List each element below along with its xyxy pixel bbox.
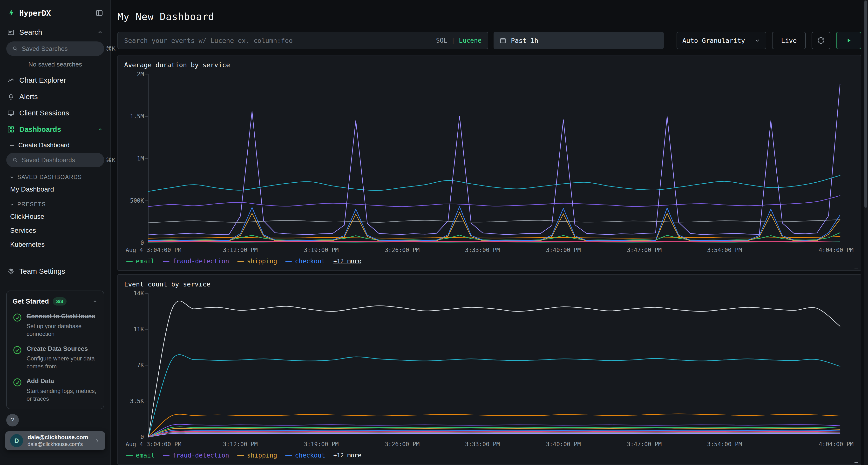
- saved-searches-field[interactable]: [22, 45, 102, 53]
- svg-text:3:19:00 PM: 3:19:00 PM: [304, 441, 339, 447]
- sidebar-item-chart-explorer[interactable]: Chart Explorer: [0, 72, 111, 89]
- legend-swatch: [163, 261, 169, 262]
- run-query-button[interactable]: [836, 32, 861, 49]
- get-started-item-sources[interactable]: Create Data Sources Configure where your…: [12, 345, 98, 371]
- time-range-picker[interactable]: Past 1h: [494, 32, 664, 49]
- bell-icon: [7, 93, 14, 100]
- svg-text:14K: 14K: [133, 290, 144, 297]
- svg-text:1.5M: 1.5M: [130, 113, 144, 120]
- sidebar-item-client-sessions[interactable]: Client Sessions: [0, 105, 111, 121]
- svg-text:3:26:00 PM: 3:26:00 PM: [385, 441, 420, 447]
- get-started-item-add-data[interactable]: Add Data Start sending logs, metrics, or…: [12, 377, 98, 403]
- legend-item-email[interactable]: email: [126, 258, 155, 265]
- legend-item-checkout[interactable]: checkout: [285, 258, 325, 265]
- legend-label: email: [136, 258, 155, 265]
- sidebar-collapse-icon[interactable]: [95, 9, 103, 17]
- page-scrollbar-thumb[interactable]: [864, 0, 867, 208]
- language-toggle-lucene[interactable]: Lucene: [459, 37, 482, 44]
- language-divider: |: [451, 37, 455, 44]
- svg-text:2M: 2M: [137, 71, 144, 77]
- user-menu[interactable]: D dale@clickhouse.com dale@clickhouse.co…: [5, 431, 105, 450]
- user-org: dale@clickhouse.com's: [28, 441, 90, 447]
- svg-text:4:04:00 PM: 4:04:00 PM: [819, 441, 854, 447]
- legend-label: checkout: [295, 452, 325, 459]
- app-root: HyperDX Search ⌘K No saved searches: [0, 0, 868, 465]
- panel-resize-handle[interactable]: [855, 459, 858, 463]
- get-started-item-connect[interactable]: Connect to ClickHouse Set up your databa…: [12, 312, 98, 338]
- legend-label: fraud-detection: [173, 452, 229, 459]
- legend-item-checkout[interactable]: checkout: [285, 452, 325, 459]
- help-button[interactable]: ?: [6, 414, 19, 427]
- monitor-icon: [7, 109, 14, 117]
- chevron-down-icon: [754, 37, 761, 44]
- dashboards-grid-icon: [7, 126, 14, 133]
- saved-dashboards-field[interactable]: [22, 156, 102, 164]
- legend-swatch: [126, 261, 133, 262]
- panel-resize-handle[interactable]: [855, 265, 858, 268]
- sidebar-item-label: Dashboards: [19, 125, 92, 133]
- chart-explorer-icon: [7, 77, 14, 84]
- group-presets[interactable]: PRESETS: [0, 196, 111, 210]
- magnifier-icon: [12, 157, 18, 163]
- language-toggle-sql[interactable]: SQL: [436, 37, 447, 44]
- check-circle-icon: [12, 345, 22, 371]
- legend-item-email[interactable]: email: [126, 452, 155, 459]
- legend-more-link[interactable]: +12 more: [334, 258, 362, 265]
- legend-more-link[interactable]: +12 more: [334, 452, 362, 459]
- preset-link-services[interactable]: Services: [0, 224, 111, 238]
- svg-text:0: 0: [141, 239, 144, 246]
- chart-average-duration-by-service[interactable]: 0500K1M1.5M2MAug 4 3:04:00 PM3:12:00 PM3…: [124, 71, 855, 256]
- legend-label: checkout: [295, 258, 325, 265]
- preset-link-clickhouse[interactable]: ClickHouse: [0, 210, 111, 224]
- hyperdx-logo-icon: [7, 9, 16, 17]
- check-circle-icon: [12, 377, 22, 403]
- get-started-card: Get Started 3/3 Connect to ClickHouse Se…: [6, 291, 104, 409]
- shortcut-badge: ⌘K: [106, 157, 116, 163]
- chevron-up-icon: [92, 299, 98, 304]
- legend-item-shipping[interactable]: shipping: [237, 258, 277, 265]
- svg-text:3:12:00 PM: 3:12:00 PM: [223, 247, 257, 254]
- no-saved-searches-text: No saved searches: [0, 58, 111, 72]
- saved-dashboards-input[interactable]: ⌘K: [6, 153, 104, 167]
- svg-text:0: 0: [141, 434, 144, 440]
- search-section-label: Search: [19, 28, 92, 36]
- get-started-header[interactable]: Get Started 3/3: [12, 297, 98, 305]
- hyperdx-logo[interactable]: HyperDX: [7, 9, 51, 18]
- dashboard-link-my-dashboard[interactable]: My Dashboard: [0, 182, 111, 196]
- svg-text:3:54:00 PM: 3:54:00 PM: [707, 441, 742, 447]
- svg-text:Aug 4 3:04:00 PM: Aug 4 3:04:00 PM: [126, 441, 181, 447]
- event-search-input[interactable]: [124, 37, 432, 44]
- legend-item-fraud-detection[interactable]: fraud-detection: [163, 452, 229, 459]
- sidebar-item-alerts[interactable]: Alerts: [0, 89, 111, 105]
- legend-swatch: [285, 261, 292, 262]
- svg-text:1M: 1M: [137, 155, 144, 162]
- sidebar-header: HyperDX: [0, 0, 111, 23]
- legend-item-shipping[interactable]: shipping: [237, 452, 277, 459]
- sidebar-item-team-settings[interactable]: Team Settings: [0, 263, 111, 279]
- group-saved-dashboards[interactable]: SAVED DASHBOARDS: [0, 169, 111, 182]
- sidebar-item-dashboards[interactable]: Dashboards: [0, 121, 111, 138]
- sidebar-item-label: Chart Explorer: [19, 76, 103, 84]
- preset-link-kubernetes[interactable]: Kubernetes: [0, 238, 111, 252]
- sidebar-section-search[interactable]: Search: [0, 24, 111, 40]
- create-dashboard-button[interactable]: Create Dashboard: [0, 138, 111, 152]
- panel-average-duration: Average duration by service 0500K1M1.5M2…: [117, 55, 861, 271]
- svg-text:3:40:00 PM: 3:40:00 PM: [546, 441, 581, 447]
- toolbar: SQL | Lucene Past 1h Auto Granularity: [117, 32, 861, 49]
- event-search-box[interactable]: SQL | Lucene: [117, 32, 488, 49]
- sidebar: HyperDX Search ⌘K No saved searches: [0, 0, 111, 465]
- saved-searches-input[interactable]: ⌘K: [6, 41, 104, 56]
- live-button[interactable]: Live: [772, 32, 806, 49]
- granularity-select[interactable]: Auto Granularity: [677, 32, 766, 49]
- legend-item-fraud-detection[interactable]: fraud-detection: [163, 258, 229, 265]
- chart-legend: emailfraud-detectionshippingcheckout+12 …: [124, 450, 855, 461]
- refresh-button[interactable]: [812, 32, 830, 49]
- chevron-up-icon: [97, 126, 103, 133]
- chart-event-count-by-service[interactable]: 03.5K7K11K14KAug 4 3:04:00 PM3:12:00 PM3…: [124, 290, 855, 450]
- chevron-right-icon: [94, 437, 100, 444]
- legend-swatch: [237, 261, 244, 262]
- svg-text:3:47:00 PM: 3:47:00 PM: [627, 247, 662, 254]
- chevron-down-icon: [9, 175, 14, 180]
- search-section-icon: [7, 29, 14, 36]
- page-scrollbar-track: [864, 0, 868, 465]
